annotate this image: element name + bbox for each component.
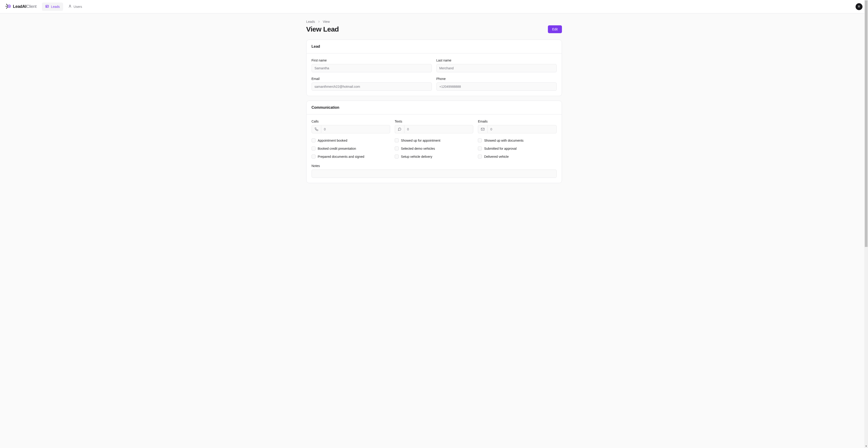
last-name-input xyxy=(436,64,557,72)
app-header: LeadAIClient Leads xyxy=(0,0,868,13)
emails-input xyxy=(487,125,556,133)
nav-item-leads[interactable]: Leads xyxy=(42,3,63,11)
breadcrumb-view[interactable]: View xyxy=(323,20,330,24)
avatar-initial: R xyxy=(858,5,860,8)
check-appointment-booked: Appointment booked xyxy=(312,139,390,142)
emails-label: Emails xyxy=(478,120,556,123)
texts-label: Texts xyxy=(395,120,473,123)
checkbox xyxy=(478,154,482,158)
first-name-input xyxy=(312,64,432,72)
svg-point-3 xyxy=(6,8,7,9)
emails-field: Emails xyxy=(478,120,556,133)
check-booked-credit: Booked credit presentation xyxy=(312,147,390,150)
email-label: Email xyxy=(312,77,432,81)
email-input xyxy=(312,83,432,91)
svg-rect-13 xyxy=(481,128,484,130)
checkbox xyxy=(395,139,399,142)
nav-users-label: Users xyxy=(74,5,82,8)
communication-card-title: Communication xyxy=(307,101,562,115)
check-delivered-vehicle: Delivered vehicle xyxy=(478,154,556,158)
scrollbar-thumb[interactable] xyxy=(865,0,868,197)
mail-icon xyxy=(478,125,487,133)
first-name-field: First name xyxy=(312,59,432,72)
avatar[interactable]: R xyxy=(856,3,863,10)
check-label: Submitted for approval xyxy=(484,147,517,150)
check-label: Appointment booked xyxy=(318,139,347,142)
lead-card: Lead First name Last name Email Phone xyxy=(306,40,562,96)
check-label: Setup vehicle delivery xyxy=(401,155,432,158)
calls-field: Calls xyxy=(312,120,390,133)
lead-card-title: Lead xyxy=(307,40,562,54)
logo[interactable]: LeadAIClient xyxy=(5,3,36,10)
check-label: Delivered vehicle xyxy=(484,155,509,158)
checkbox-grid: Appointment booked Showed up for appoint… xyxy=(312,139,557,158)
checkbox xyxy=(478,147,482,150)
chevron-right-icon xyxy=(317,20,320,23)
communication-card: Communication Calls Texts xyxy=(306,101,562,183)
phone-icon xyxy=(312,125,321,133)
page-title: View Lead xyxy=(306,25,339,33)
phone-input xyxy=(436,83,557,91)
scrollbar[interactable]: ▲ ▼ xyxy=(864,0,868,197)
first-name-label: First name xyxy=(312,59,432,62)
checkbox xyxy=(478,139,482,142)
calls-input xyxy=(321,125,390,133)
phone-label: Phone xyxy=(436,77,557,81)
calls-label: Calls xyxy=(312,120,390,123)
main-container: Leads View View Lead Edit Lead First nam… xyxy=(306,13,562,197)
check-selected-demo: Selected demo vehicles xyxy=(395,147,473,150)
main-nav: Leads Users xyxy=(42,3,85,11)
check-label: Prepared documents and signed xyxy=(318,155,364,158)
check-label: Selected demo vehicles xyxy=(401,147,435,150)
check-prepared-documents: Prepared documents and signed xyxy=(312,154,390,158)
svg-point-9 xyxy=(69,5,70,6)
check-label: Showed up for appointment xyxy=(401,139,440,142)
last-name-label: Last name xyxy=(436,59,557,62)
checkbox xyxy=(395,154,399,158)
notes-input xyxy=(312,170,557,178)
check-showed-up-appointment: Showed up for appointment xyxy=(395,139,473,142)
notes-field: Notes xyxy=(312,164,557,178)
phone-field: Phone xyxy=(436,77,557,91)
checkbox xyxy=(395,147,399,150)
checkbox xyxy=(312,147,315,150)
email-field: Email xyxy=(312,77,432,91)
check-showed-up-documents: Showed up with documents xyxy=(478,139,556,142)
check-submitted-approval: Submitted for approval xyxy=(478,147,556,150)
svg-point-1 xyxy=(9,6,10,7)
id-card-icon xyxy=(45,4,49,9)
page-header: View Lead Edit xyxy=(306,25,562,33)
message-icon xyxy=(395,125,404,133)
texts-field: Texts xyxy=(395,120,473,133)
texts-input xyxy=(404,125,473,133)
nav-leads-label: Leads xyxy=(51,5,60,8)
check-label: Showed up with documents xyxy=(484,139,524,142)
checkbox xyxy=(312,154,315,158)
edit-button[interactable]: Edit xyxy=(548,25,562,33)
notes-label: Notes xyxy=(312,164,557,168)
check-setup-delivery: Setup vehicle delivery xyxy=(395,154,473,158)
header-left: LeadAIClient Leads xyxy=(5,3,85,11)
svg-point-4 xyxy=(5,6,6,7)
breadcrumb-leads[interactable]: Leads xyxy=(306,20,315,24)
nav-item-users[interactable]: Users xyxy=(65,3,86,10)
check-label: Booked credit presentation xyxy=(318,147,356,150)
breadcrumb: Leads View xyxy=(306,20,562,24)
logo-text: LeadAIClient xyxy=(13,4,36,9)
svg-point-2 xyxy=(6,4,7,5)
user-icon xyxy=(68,4,72,9)
svg-point-6 xyxy=(46,6,47,6)
logo-icon xyxy=(5,3,11,10)
last-name-field: Last name xyxy=(436,59,557,72)
checkbox xyxy=(312,139,315,142)
